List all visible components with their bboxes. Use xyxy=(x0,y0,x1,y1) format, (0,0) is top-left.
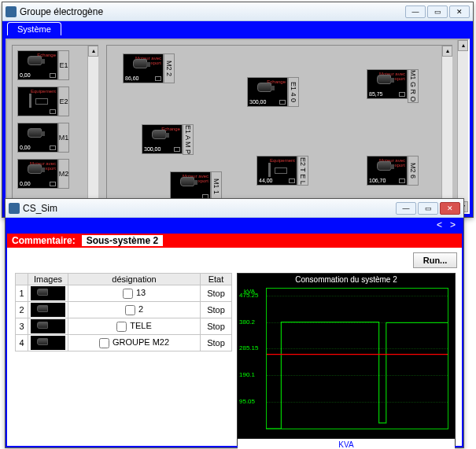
eq-E1[interactable]: Echange0,00 E1 xyxy=(17,50,69,80)
main-title: Groupe électrogène xyxy=(20,6,103,17)
table-row[interactable]: 4 GROUPE M22 Stop xyxy=(16,335,232,351)
equipment-palette: Echange0,00 E1 Equipement E2 0,00 M1 Mot… xyxy=(12,45,98,210)
sim-nav: < > xyxy=(6,218,463,232)
row-checkbox[interactable] xyxy=(125,305,135,315)
maximize-button[interactable]: ▭ xyxy=(418,202,438,215)
equipment-table: Images désignation Etat 1 13 Stop 2 2 xyxy=(15,273,232,351)
eq-M1GRO[interactable]: Moteur avec export85,75 M1 G R O xyxy=(367,69,419,103)
table-pane: Images désignation Etat 1 13 Stop 2 2 xyxy=(7,270,235,443)
eq-M26[interactable]: Moteur avec export106,70 M2 6 xyxy=(367,156,419,186)
main-titlebar[interactable]: Groupe électrogène — ▭ ✕ xyxy=(2,2,473,21)
sim-window: CS_Sim — ▭ ✕ < > Commentaire: Sous-systè… xyxy=(5,198,464,448)
close-button[interactable]: ✕ xyxy=(440,202,460,215)
row-checkbox[interactable] xyxy=(123,289,133,299)
eq-E2[interactable]: Equipement E2 xyxy=(17,86,69,116)
commentaire-label: Commentaire: xyxy=(12,235,76,246)
eq-label: M2 6 xyxy=(408,156,419,186)
eq-label: M2 2 xyxy=(164,53,175,83)
table-row[interactable]: 3 TELE Stop xyxy=(16,318,232,335)
etat-cell[interactable]: Stop xyxy=(201,335,232,351)
run-button[interactable]: Run... xyxy=(413,252,457,268)
chart-title: Consommation du système 2 xyxy=(238,274,455,285)
eq-M22[interactable]: Moteur avec export86,60 M2 2 xyxy=(123,53,175,83)
eq-E2TEL[interactable]: Equipement44,00 E2 T E L xyxy=(256,156,308,186)
eq-label: E2 T E L xyxy=(297,156,308,186)
eq-label: E1 A M P xyxy=(183,124,194,155)
chart-pane: Consommation du système 2 kVA KVA 95.051… xyxy=(235,270,462,443)
row-checkbox[interactable] xyxy=(116,322,127,332)
eq-label: M2 xyxy=(58,159,69,189)
sim-title: CS_Sim xyxy=(23,203,57,214)
canvas-scrollbar[interactable]: ▴▾ xyxy=(457,40,468,212)
eq-label: E1 xyxy=(58,50,69,80)
consumption-chart: Consommation du système 2 kVA KVA 95.051… xyxy=(237,273,456,446)
commentaire-value: Sous-système 2 xyxy=(82,235,163,246)
eq-M1[interactable]: 0,00 M1 xyxy=(17,123,69,153)
eq-label: M1 1 xyxy=(211,171,222,201)
diagram-scrollbar[interactable]: ▴▾ xyxy=(441,46,452,209)
etat-cell[interactable]: Stop xyxy=(201,302,232,318)
row-checkbox[interactable] xyxy=(99,338,109,348)
eq-M11[interactable]: Moteur avec export M1 1 xyxy=(170,171,222,201)
sim-titlebar[interactable]: CS_Sim — ▭ ✕ xyxy=(6,199,463,218)
diagram-area[interactable]: Moteur avec export86,60 M2 2 Echange300,… xyxy=(106,45,452,210)
nav-prev-icon[interactable]: < xyxy=(437,219,442,230)
col-etat[interactable]: Etat xyxy=(201,274,232,285)
maximize-button[interactable]: ▭ xyxy=(427,6,448,18)
tabstrip: Système xyxy=(2,21,473,35)
comment-bar: Commentaire: Sous-système 2 xyxy=(7,234,462,248)
x-axis-label: KVA xyxy=(238,439,455,449)
etat-cell[interactable]: Stop xyxy=(201,285,232,302)
eq-M2[interactable]: Moteur avec export0,00 M2 xyxy=(17,159,69,189)
table-row[interactable]: 1 13 Stop xyxy=(16,285,232,302)
etat-cell[interactable]: Stop xyxy=(201,318,232,335)
table-row[interactable]: 2 2 Stop xyxy=(16,302,232,318)
app-icon xyxy=(9,203,20,214)
col-images[interactable]: Images xyxy=(28,274,68,285)
eq-label: E1 4 0 xyxy=(288,77,299,107)
nav-next-icon[interactable]: > xyxy=(450,219,456,230)
close-button[interactable]: ✕ xyxy=(449,6,470,18)
minimize-button[interactable]: — xyxy=(405,6,426,18)
app-icon xyxy=(6,6,17,17)
eq-E1AMP[interactable]: Echange300,00 E1 A M P xyxy=(142,124,194,155)
palette-scrollbar[interactable]: ▴▾ xyxy=(87,46,98,209)
minimize-button[interactable]: — xyxy=(396,202,416,215)
eq-label: E2 xyxy=(58,86,69,116)
tab-systeme[interactable]: Système xyxy=(7,22,61,35)
eq-label: M1 xyxy=(58,123,69,153)
eq-label: M1 G R O xyxy=(408,69,419,103)
eq-E140[interactable]: Echange300,00 E1 4 0 xyxy=(247,77,299,107)
diagram-canvas[interactable]: Echange0,00 E1 Equipement E2 0,00 M1 Mot… xyxy=(6,39,470,214)
main-window: Groupe électrogène — ▭ ✕ Système Echange… xyxy=(2,2,474,218)
col-designation[interactable]: désignation xyxy=(68,274,201,285)
